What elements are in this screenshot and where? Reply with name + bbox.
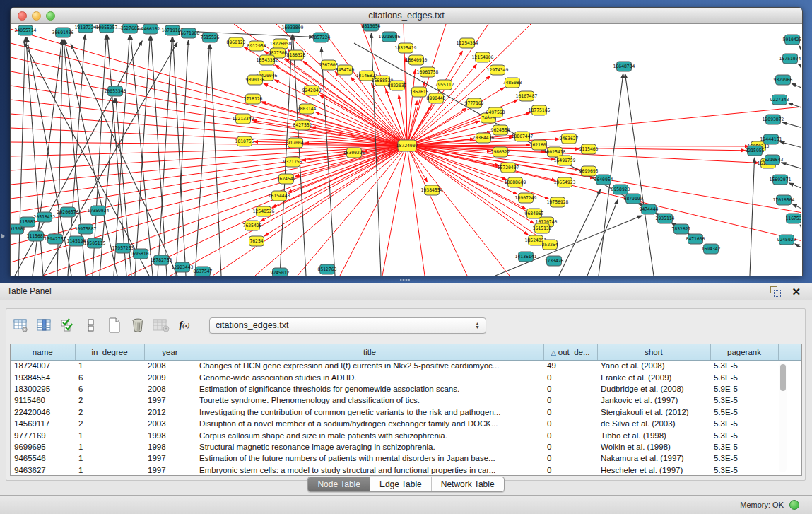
table-row[interactable]: 1830029562008Estimation of significance …: [11, 383, 801, 395]
close-button[interactable]: [18, 11, 27, 21]
panel-collapse-arrow-icon[interactable]: [1, 233, 5, 239]
minimize-button[interactable]: [32, 11, 41, 21]
graph-node[interactable]: 30975887: [75, 224, 97, 234]
graph-node[interactable]: 13942757: [45, 234, 66, 244]
graph-node[interactable]: 16671988: [178, 28, 200, 38]
column-header-name[interactable]: name: [11, 344, 75, 360]
delete-columns-icon[interactable]: [128, 316, 148, 335]
graph-node[interactable]: 12093872: [763, 115, 784, 124]
graph-node[interactable]: 9227343: [770, 95, 789, 105]
graph-node[interactable]: 9245022: [777, 235, 796, 245]
graph-node[interactable]: 30691406: [52, 28, 74, 37]
graph-node[interactable]: 1694342: [702, 244, 721, 254]
create-column-icon[interactable]: [105, 316, 124, 335]
graph-node-selected[interactable]: 18325419: [395, 43, 417, 53]
column-header-out_de...[interactable]: △out_de...: [543, 344, 597, 360]
graph-node-selected[interactable]: 62160: [532, 140, 547, 150]
graph-node-selected[interactable]: 12548526: [253, 206, 275, 216]
graph-node[interactable]: 9466162: [141, 24, 160, 34]
table-row[interactable]: 1872400712008Changes of HCN gene express…: [11, 360, 801, 371]
graph-node-selected[interactable]: 8912954: [247, 41, 266, 51]
graph-node[interactable]: 16033809: [282, 24, 304, 33]
network-window-titlebar[interactable]: citations_edges.txt: [11, 8, 802, 24]
graph-node-selected[interactable]: 18724007: [396, 140, 418, 151]
graph-node-selected[interactable]: 8427552: [293, 120, 312, 130]
graph-node-selected[interactable]: 9699695: [579, 166, 599, 176]
graph-node[interactable]: 15751074: [779, 54, 801, 64]
graph-node-selected[interactable]: 16499759: [554, 156, 576, 165]
table-row[interactable]: 946554611997Estimation of the future num…: [11, 452, 801, 464]
graph-node-selected[interactable]: 9777169: [465, 98, 484, 108]
graph-node[interactable]: 20206576: [57, 207, 79, 217]
graph-node[interactable]: 15692971: [770, 175, 792, 185]
graph-node-selected[interactable]: 16961758: [417, 67, 439, 77]
graph-node[interactable]: 116753: [785, 214, 801, 223]
network-file-select[interactable]: citations_edges.txt ▲▼: [209, 317, 486, 334]
graph-node-selected[interactable]: 18226058: [270, 39, 292, 49]
table-row[interactable]: 977716911998Corpus callosum shape and si…: [11, 429, 801, 440]
graph-node-selected[interactable]: 16154443: [269, 191, 290, 201]
graph-node-selected[interactable]: 7955112: [435, 80, 454, 90]
graph-node[interactable]: 1527602: [121, 24, 140, 33]
panel-divider-grip[interactable]: [400, 279, 410, 281]
graph-node-selected[interactable]: 9115460: [579, 144, 599, 154]
graph-node[interactable]: 1145194: [67, 236, 86, 246]
tab-edge-table[interactable]: Edge Table: [370, 477, 431, 491]
table-mode-icon[interactable]: [11, 316, 31, 335]
graph-node-selected[interactable]: 12974349: [487, 65, 509, 75]
table-scrollbar-thumb[interactable]: [780, 364, 786, 391]
graph-node[interactable]: 7515526: [201, 33, 220, 42]
graph-node[interactable]: 20518432: [34, 212, 56, 222]
graph-node[interactable]: 8637547: [194, 267, 213, 276]
graph-node-selected[interactable]: 18640910: [406, 55, 428, 65]
graph-node[interactable]: 5910423: [783, 35, 801, 45]
table-scrollbar[interactable]: [779, 363, 787, 472]
graph-node-selected[interactable]: 917004: [287, 138, 303, 148]
graph-node[interactable]: 16210643: [762, 155, 784, 165]
graph-node-selected[interactable]: 18775165: [529, 105, 551, 115]
graph-node[interactable]: 12444151: [760, 134, 782, 144]
table-row[interactable]: 1456911722003Disruption of a novel membe…: [11, 418, 801, 429]
column-header-in_degree[interactable]: in_degree: [75, 344, 144, 360]
column-header-filler[interactable]: [778, 344, 801, 360]
citation-network-graph[interactable]: 8960123891295418226058982750816543382818…: [11, 24, 801, 276]
graph-node-selected[interactable]: 12154906: [472, 52, 494, 62]
graph-node-selected[interactable]: 18300295: [343, 148, 365, 158]
column-header-title[interactable]: title: [196, 344, 543, 360]
graph-node[interactable]: 18137224: [75, 24, 97, 33]
graph-node[interactable]: 6879197: [624, 194, 643, 204]
float-panel-icon[interactable]: [770, 286, 781, 297]
graph-node[interactable]: 8958923: [611, 185, 630, 194]
graph-node-selected[interactable]: 252254: [541, 240, 558, 250]
graph-node-selected[interactable]: 9321756: [283, 157, 302, 167]
column-header-short[interactable]: short: [597, 344, 710, 360]
graph-node-selected[interactable]: 11254304: [457, 38, 478, 48]
graph-node-selected[interactable]: 19756928: [547, 197, 569, 207]
graph-node[interactable]: 8471636: [686, 234, 705, 244]
graph-node-selected[interactable]: 18907249: [515, 193, 537, 203]
graph-node-selected[interactable]: 8990448: [427, 93, 446, 103]
graph-node-selected[interactable]: 7624542: [277, 174, 296, 184]
table-row[interactable]: 969969511998Structural magnetic resonanc…: [11, 441, 801, 452]
select-all-icon[interactable]: [58, 316, 78, 335]
graph-node[interactable]: 9329966: [774, 75, 793, 85]
graph-node[interactable]: 8512763: [318, 264, 337, 274]
graph-node-selected[interactable]: 2803144: [298, 104, 317, 114]
graph-node-selected[interactable]: 20364436: [473, 133, 495, 143]
table-row[interactable]: 2242004622012Investigating the contribut…: [11, 407, 801, 418]
graph-node-selected[interactable]: 76254: [249, 236, 264, 246]
graph-node-selected[interactable]: 10688609: [505, 177, 526, 187]
graph-node[interactable]: 7832621: [672, 224, 691, 234]
graph-node-selected[interactable]: 7485083: [503, 78, 522, 88]
tab-node-table[interactable]: Node Table: [308, 477, 370, 491]
graph-node[interactable]: 20053346: [105, 86, 126, 96]
graph-node[interactable]: 8215955: [746, 146, 765, 156]
graph-node-selected[interactable]: 7986322: [491, 147, 510, 157]
graph-node-selected[interactable]: 2718126: [244, 94, 263, 104]
graph-node-selected[interactable]: 1615132: [533, 223, 552, 233]
column-header-year[interactable]: year: [144, 344, 196, 360]
graph-node[interactable]: 1640954: [594, 175, 613, 185]
graph-node[interactable]: 10055257: [96, 24, 118, 33]
graph-node[interactable]: 9245012: [271, 268, 290, 276]
close-panel-icon[interactable]: ✕: [792, 283, 801, 300]
